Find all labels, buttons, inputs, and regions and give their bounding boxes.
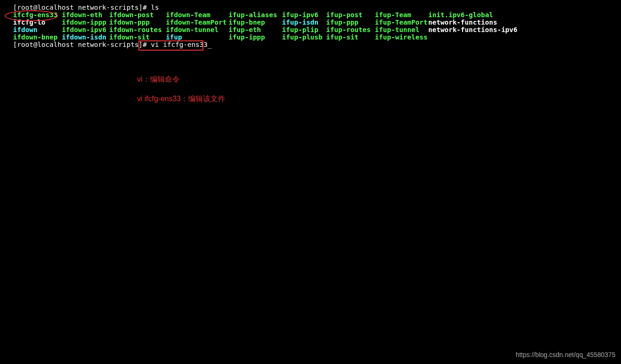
file-entry: ifdown-sit	[109, 33, 166, 41]
file-entry: ifdown-bnep	[13, 33, 62, 41]
ls-output: ifcfg-ens33ifdown-ethifdown-postifdown-T…	[13, 11, 621, 41]
file-entry: ifdown-isdn	[62, 33, 109, 41]
listing-row: ifdown-bnepifdown-isdnifdown-sitifupifup…	[13, 33, 621, 41]
shell-prompt: [root@localhost network-scripts]#	[13, 4, 147, 11]
prompt-line-1: [root@localhost network-scripts]# ls	[13, 4, 621, 11]
file-entry: ifup-ppp	[326, 19, 375, 26]
file-entry: ifcfg-lo	[13, 19, 62, 26]
file-entry: ifup-tunnel	[375, 26, 428, 33]
shell-prompt: [root@localhost network-scripts]#	[13, 41, 147, 48]
file-entry: ifup-Team	[375, 11, 428, 19]
prompt-line-2: [root@localhost network-scripts]# vi ifc…	[13, 41, 621, 48]
listing-row: ifcfg-loifdown-ipppifdown-pppifdown-Team…	[13, 19, 621, 26]
listing-row: ifcfg-ens33ifdown-ethifdown-postifdown-T…	[13, 11, 621, 19]
terminal-window[interactable]: [root@localhost network-scripts]# ls ifc…	[0, 0, 621, 48]
watermark: https://blog.csdn.net/qq_45580375	[516, 351, 615, 358]
listing-row: ifdownifdown-ipv6ifdown-routesifdown-tun…	[13, 26, 621, 33]
file-entry: ifdown-ippp	[62, 19, 109, 26]
annotation-vi-file: vi ifcfg-ens33：编辑该文件	[137, 95, 225, 103]
command-text: vi ifcfg-ens33	[151, 41, 208, 48]
file-entry: ifup-bnep	[229, 19, 282, 26]
file-entry: ifdown	[13, 26, 62, 33]
file-entry: ifup-routes	[326, 26, 375, 33]
file-entry: init.ipv6-global	[428, 11, 521, 19]
file-entry: ifdown-post	[109, 11, 166, 19]
file-entry: ifdown-eth	[62, 11, 109, 19]
file-entry: ifdown-ppp	[109, 19, 166, 26]
file-entry: ifup-eth	[229, 26, 282, 33]
file-entry: ifup-plip	[282, 26, 326, 33]
file-entry: ifup-TeamPort	[375, 19, 428, 26]
file-entry: ifup-ippp	[229, 33, 282, 41]
file-entry: ifcfg-ens33	[13, 11, 62, 19]
file-entry: ifdown-ipv6	[62, 26, 109, 33]
annotation-vi-meaning: vi：编辑命令	[137, 76, 180, 83]
file-entry: ifup-isdn	[282, 19, 326, 26]
file-entry: ifup-plusb	[282, 33, 326, 41]
file-entry: network-functions	[428, 19, 521, 26]
file-entry: ifup-sit	[326, 33, 375, 41]
file-entry: ifup-aliases	[229, 11, 282, 19]
file-entry	[428, 33, 521, 41]
file-entry: network-functions-ipv6	[428, 26, 521, 33]
file-entry: ifdown-tunnel	[166, 26, 229, 33]
file-entry: ifup-wireless	[375, 33, 428, 41]
file-entry: ifdown-TeamPort	[166, 19, 229, 26]
file-entry: ifup-post	[326, 11, 375, 19]
file-entry: ifdown-Team	[166, 11, 229, 19]
command-text: ls	[151, 4, 159, 11]
file-entry: ifup-ipv6	[282, 11, 326, 19]
cursor: _	[208, 41, 212, 48]
file-entry: ifup	[166, 33, 229, 41]
file-entry: ifdown-routes	[109, 26, 166, 33]
